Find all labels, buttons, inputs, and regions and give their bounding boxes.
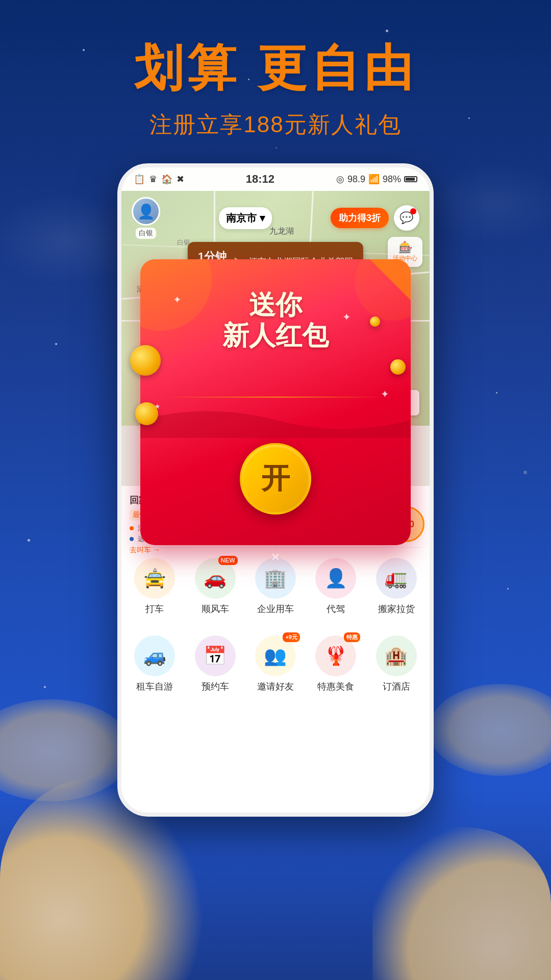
promo-text: 助力得3折 (339, 213, 381, 223)
status-bar: 📋 ♛ 🏠 ✖ 18:12 ◎ 98.9 📶 98% (121, 167, 430, 191)
status-icon-3: 🏠 (161, 174, 172, 185)
service-item-food[interactable]: 🦞 特惠 特惠美食 (307, 631, 365, 697)
close-button[interactable]: × (271, 548, 280, 566)
redpacket-line1: 送你 (222, 290, 329, 321)
message-button[interactable]: 💬 (394, 205, 419, 231)
status-icon-4: ✖ (177, 174, 184, 185)
open-btn-label: 开 (261, 459, 290, 498)
wave-decoration-right (423, 163, 551, 245)
wifi-icon: 📶 (368, 174, 380, 185)
rental-icon: 🚙 (134, 635, 175, 676)
chevron-down-icon: ▾ (260, 212, 265, 224)
service-grid-row2: 🚙 租车自游 📅 预约车 👥 +9元 邀请好友 🦞 (121, 625, 430, 703)
status-icon-1: 📋 (134, 174, 145, 185)
status-bar-left: 📋 ♛ 🏠 ✖ (134, 174, 184, 185)
app-header: 👤 白银 南京市 ▾ 助力得3折 💬 (121, 191, 430, 245)
food-icon: 🦞 特惠 (315, 635, 356, 676)
taxi-icon: 🚖 (134, 558, 175, 599)
hero-subtitle: 注册立享188元新人礼包 (0, 110, 551, 140)
signal-strength: 98.9 (347, 174, 365, 185)
moving-icon: 🚛 (376, 558, 417, 599)
rp-fold (370, 259, 411, 300)
book-icon: 📅 (195, 635, 236, 676)
invite-discount-badge: +9元 (283, 632, 300, 642)
service-item-driver[interactable]: 👤 代驾 (307, 554, 365, 619)
hero-title: 划算 更自由 (0, 36, 551, 102)
user-rank-label: 白银 (136, 228, 156, 239)
status-bar-right: ◎ 98.9 📶 98% (336, 174, 417, 185)
service-item-taxi[interactable]: 🚖 打车 (126, 554, 184, 619)
rp-wave-separator (140, 402, 411, 438)
message-dot (410, 208, 416, 214)
cloud-bottom-right (372, 827, 551, 980)
cloud-mid-right (429, 684, 551, 776)
sparkle-2: ✦ (342, 311, 351, 323)
redpacket-line2: 新人红包 (222, 321, 329, 351)
rp-gold-line (167, 397, 384, 398)
user-avatar[interactable]: 👤 (132, 197, 160, 226)
status-icon-2: ♛ (149, 174, 157, 185)
phone-screen: 📋 ♛ 🏠 ✖ 18:12 ◎ 98.9 📶 98% (121, 167, 430, 813)
hotel-icon: 🏨 (376, 635, 417, 676)
redpacket-overlay: ✦ ✦ ✦ ★ 送你 新人红包 开 (140, 259, 411, 545)
invite-icon: 👥 +9元 (255, 635, 296, 676)
redpacket-card[interactable]: ✦ ✦ ✦ ★ 送你 新人红包 开 (140, 259, 411, 545)
phone-mockup: 📋 ♛ 🏠 ✖ 18:12 ◎ 98.9 📶 98% (117, 163, 434, 817)
redpacket-text: 送你 新人红包 (222, 290, 329, 351)
service-item-rental[interactable]: 🚙 租车自游 (126, 631, 184, 697)
route-go-link[interactable]: 去叫车 → (130, 546, 267, 555)
rideshare-icon: 🚗 NEW (195, 558, 236, 599)
promo-badge[interactable]: 助力得3折 (331, 208, 389, 228)
service-item-hotel[interactable]: 🏨 订酒店 (367, 631, 425, 697)
food-discount-badge: 特惠 (344, 632, 360, 642)
route-dot-1 (130, 526, 134, 530)
service-item-invite[interactable]: 👥 +9元 邀请好友 (246, 631, 305, 697)
gold-orb-left-top (130, 345, 161, 376)
location-icon: ◎ (336, 174, 344, 185)
driver-icon: 👤 (315, 558, 356, 599)
route-dot-2 (130, 537, 134, 541)
sparkle-1: ✦ (173, 293, 182, 306)
location-text: 南京市 (226, 211, 257, 225)
battery-level: 98% (383, 174, 401, 185)
new-badge: NEW (218, 556, 238, 565)
service-item-rideshare[interactable]: 🚗 NEW 顺风车 (186, 554, 244, 619)
sparkle-3: ✦ (381, 388, 389, 400)
gold-orb-right (390, 359, 406, 375)
status-time: 18:12 (246, 173, 274, 186)
gold-orb-left-bottom (135, 402, 158, 425)
service-item-book[interactable]: 📅 预约车 (186, 631, 244, 697)
gold-orb-right-small (370, 316, 380, 327)
close-icon: × (271, 548, 280, 565)
service-item-moving[interactable]: 🚛 搬家拉货 (367, 554, 425, 619)
redpacket-open-button[interactable]: 开 (240, 443, 311, 514)
location-button[interactable]: 南京市 ▾ (219, 207, 272, 229)
